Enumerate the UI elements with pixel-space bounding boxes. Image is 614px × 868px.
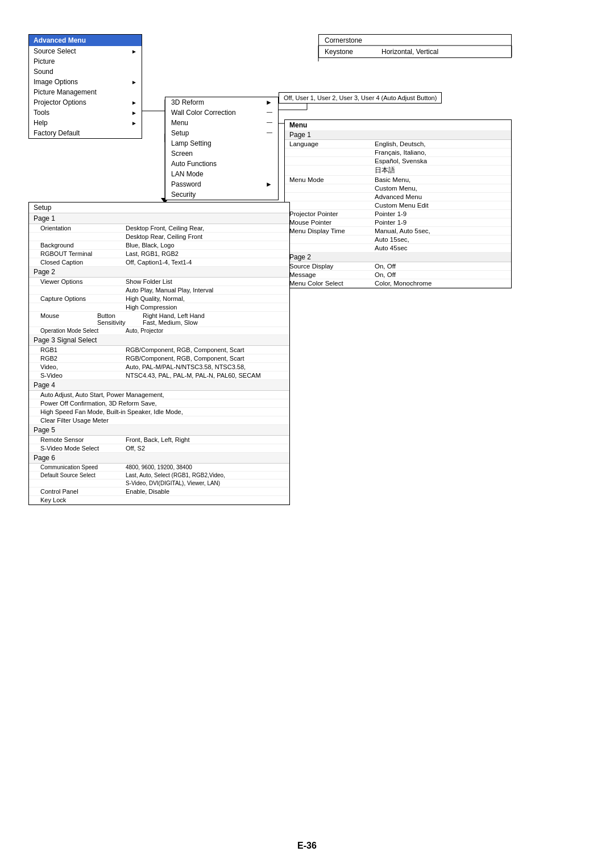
cornerstone-row2: Keystone Horizontal, Vertical <box>319 46 511 57</box>
middle-item-password[interactable]: Password ► <box>165 179 278 189</box>
page-wrapper: Advanced Menu Source Select ► Picture So… <box>0 0 614 868</box>
setup-page4: Page 4 <box>29 380 289 391</box>
menu-row-menumode-4: Custom Menu Edit <box>285 201 511 210</box>
setup-mouse-button: Button Right Hand, Left Hand <box>97 312 285 319</box>
off-user-line: Off, User 1, User 2, User 3, User 4 (Aut… <box>279 92 442 104</box>
menu-row-display-time-3: Auto 45sec <box>285 244 511 253</box>
setup-orientation-2: Desktop Rear, Ceiling Front <box>29 233 289 241</box>
setup-rgb1: RGB1 RGB/Component, RGB, Component, Scar… <box>29 346 289 354</box>
dash-indicator: — <box>267 129 272 137</box>
page-number: E-36 <box>0 841 614 851</box>
menu-right-box: Menu Page 1 Language English, Deutsch, F… <box>284 119 512 288</box>
menu-row-language-4: 日本語 <box>285 166 511 176</box>
menu-row-language-3: Español, Svenska <box>285 157 511 166</box>
setup-orientation: Orientation Desktop Front, Ceiling Rear, <box>29 224 289 233</box>
setup-remote-sensor: Remote Sensor Front, Back, Left, Right <box>29 436 289 444</box>
arrow-icon: ► <box>131 110 137 116</box>
setup-page4-row2: Power Off Confirmation, 3D Reform Save, <box>29 399 289 408</box>
setup-control-panel: Control Panel Enable, Disable <box>29 487 289 496</box>
menu-item-projector-options[interactable]: Projector Options ► <box>29 97 142 108</box>
setup-mouse-label: Mouse <box>40 312 97 326</box>
setup-svideo: S-Video NTSC4.43, PAL, PAL-M, PAL-N, PAL… <box>29 371 289 380</box>
menu-item-factory-default[interactable]: Factory Default <box>29 128 142 138</box>
menu-item-tools[interactable]: Tools ► <box>29 108 142 118</box>
setup-comm-speed: Communication Speed 4800, 9600, 19200, 3… <box>29 464 289 472</box>
advanced-menu-box: Advanced Menu Source Select ► Picture So… <box>28 34 142 139</box>
setup-capture-options-2: High Compression <box>29 303 289 312</box>
middle-item-menu[interactable]: Menu — <box>165 118 278 128</box>
setup-viewer-options: Viewer Options Show Folder List <box>29 278 289 286</box>
setup-page6: Page 6 <box>29 453 289 464</box>
menu-item-picture-management[interactable]: Picture Management <box>29 87 142 97</box>
menu-row-menumode: Menu Mode Basic Menu, <box>285 176 511 184</box>
middle-item-security[interactable]: Security <box>165 189 278 200</box>
setup-svideo-mode: S-Video Mode Select Off, S2 <box>29 444 289 453</box>
menu-row-projector-pointer: Projector Pointer Pointer 1-9 <box>285 210 511 218</box>
menu-item-image-options[interactable]: Image Options ► <box>29 77 142 87</box>
setup-page4-row1: Auto Adjust, Auto Start, Power Managemen… <box>29 391 289 399</box>
middle-box: 3D Reform ► Wall Color Correction — Menu… <box>165 97 279 200</box>
setup-rgb2: RGB2 RGB/Component, RGB, Component, Scar… <box>29 354 289 363</box>
arrow-icon: ► <box>131 79 137 85</box>
middle-item-lan-mode[interactable]: LAN Mode <box>165 169 278 179</box>
setup-box: Setup Page 1 Orientation Desktop Front, … <box>28 202 290 505</box>
setup-page3: Page 3 Signal Select <box>29 335 289 346</box>
menu-row-message: Message On, Off <box>285 271 511 279</box>
menu-row-menumode-2: Custom Menu, <box>285 184 511 193</box>
menu-row-mouse-pointer: Mouse Pointer Pointer 1-9 <box>285 218 511 227</box>
setup-page4-row4: Clear Filter Usage Meter <box>29 416 289 425</box>
setup-default-source: Default Source Select Last, Auto, Select… <box>29 472 289 480</box>
menu-item-picture[interactable]: Picture <box>29 56 142 67</box>
menu-item-help[interactable]: Help ► <box>29 118 142 128</box>
middle-item-screen[interactable]: Screen <box>165 148 278 159</box>
setup-title: Setup <box>29 202 289 213</box>
setup-mouse-sensitivity: Sensitivity Fast, Medium, Slow <box>97 319 285 326</box>
menu-page1-header: Page 1 <box>285 130 511 140</box>
arrow-icon: ► <box>131 48 137 55</box>
setup-closed-caption: Closed Caption Off, Caption1-4, Text1-4 <box>29 258 289 267</box>
menu-right-header: Menu <box>285 120 511 130</box>
setup-background: Background Blue, Black, Logo <box>29 241 289 250</box>
middle-item-auto-functions[interactable]: Auto Functions <box>165 159 278 169</box>
menu-row-display-time-2: Auto 15sec, <box>285 235 511 244</box>
setup-rgbout: RGBOUT Terminal Last, RGB1, RGB2 <box>29 250 289 258</box>
arrow-icon: ► <box>265 98 272 106</box>
cornerstone-row1: Cornerstone <box>319 35 511 46</box>
setup-page4-row3: High Speed Fan Mode, Built-in Speaker, I… <box>29 408 289 416</box>
menu-item-source-select[interactable]: Source Select ► <box>29 46 142 56</box>
menu-item-sound[interactable]: Sound <box>29 67 142 77</box>
arrow-icon: ► <box>265 180 272 188</box>
setup-key-lock: Key Lock <box>29 496 289 505</box>
setup-capture-options: Capture Options High Quality, Normal, <box>29 295 289 303</box>
arrow-icon: ► <box>131 120 137 126</box>
dash-indicator: — <box>267 119 272 127</box>
setup-default-source-2: S-Video, DVI(DIGITAL), Viewer, LAN) <box>29 480 289 487</box>
setup-viewer-options-2: Auto Play, Manual Play, Interval <box>29 286 289 295</box>
setup-operation-mode: Operation Mode Select Auto, Projector <box>29 327 289 335</box>
menu-row-source-display: Source Display On, Off <box>285 262 511 271</box>
middle-item-setup[interactable]: Setup — <box>165 128 278 138</box>
middle-item-wall-color[interactable]: Wall Color Correction — <box>165 108 278 118</box>
advanced-menu-title: Advanced Menu <box>29 35 142 46</box>
menu-row-language: Language English, Deutsch, <box>285 140 511 148</box>
arrow-icon: ► <box>131 100 137 106</box>
menu-row-menumode-3: Advanced Menu <box>285 193 511 201</box>
cornerstone-box: Cornerstone Keystone Horizontal, Vertica… <box>318 34 512 58</box>
dash-indicator: — <box>267 109 272 117</box>
middle-item-3d-reform[interactable]: 3D Reform ► <box>165 97 278 108</box>
setup-page2: Page 2 <box>29 267 289 278</box>
setup-mouse-row: Mouse Button Right Hand, Left Hand Sensi… <box>29 312 289 327</box>
setup-video: Video, Auto, PAL-M/PAL-N/NTSC3.58, NTSC3… <box>29 363 289 371</box>
menu-row-language-2: Français, Italiano, <box>285 148 511 157</box>
menu-page2-header: Page 2 <box>285 253 511 262</box>
middle-item-lamp-setting[interactable]: Lamp Setting <box>165 138 278 148</box>
setup-page5: Page 5 <box>29 425 289 436</box>
menu-row-display-time: Menu Display Time Manual, Auto 5sec, <box>285 227 511 235</box>
setup-page1: Page 1 <box>29 213 289 224</box>
menu-row-color-select: Menu Color Select Color, Monochrome <box>285 279 511 288</box>
